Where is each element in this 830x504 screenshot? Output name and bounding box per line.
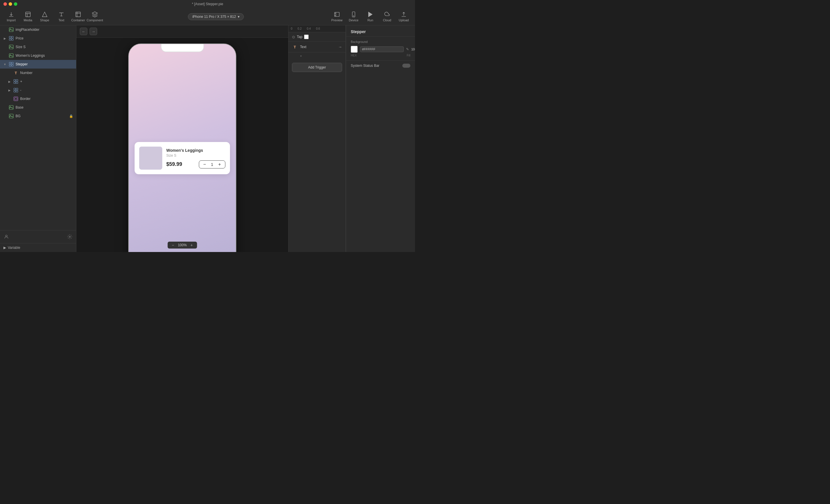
device-selector-label: iPhone 11 Pro / X 375 × 812 (192, 15, 236, 19)
close-button[interactable] (3, 2, 7, 6)
svg-rect-26 (14, 91, 15, 92)
phone-notch (161, 44, 204, 52)
user-icon[interactable] (2, 233, 10, 241)
text-button[interactable]: Text (54, 9, 69, 24)
svg-rect-12 (9, 45, 13, 49)
maximize-button[interactable] (14, 2, 17, 6)
run-button[interactable]: Run (362, 9, 378, 24)
hex-label: HEX (351, 54, 357, 57)
layer-item-womensleggings[interactable]: Women's Leggings (0, 51, 76, 60)
layer-item-stepper[interactable]: ▼ Stepper (0, 60, 76, 69)
variable-toggle-icon: ▶ (3, 246, 6, 250)
layer-item-imgplaceholder[interactable]: imgPlaceholder (0, 25, 76, 34)
product-bottom: $59.99 − 1 + (166, 160, 225, 168)
stepper-plus-button[interactable]: + (217, 162, 222, 167)
canvas-nav: ← → (76, 25, 288, 38)
layer-name-sizes: Size S (15, 45, 73, 49)
grid-icon-stepper (9, 62, 14, 67)
system-status-bar-row: System Status Bar (346, 61, 415, 71)
shape-button[interactable]: Shape (37, 9, 53, 24)
container-label: Container (71, 19, 85, 22)
ruler-mark-3: 0.6 (316, 27, 320, 30)
img-icon (9, 27, 14, 32)
stepper-minus-button[interactable]: − (202, 162, 207, 167)
hex-input[interactable] (360, 46, 404, 52)
forward-button[interactable]: → (90, 28, 97, 35)
ruler-mark-1: 0.2 (298, 27, 302, 30)
add-trigger-button[interactable]: Add Trigger (292, 63, 342, 72)
ruler-mark-2: 0.4 (307, 27, 311, 30)
svg-rect-28 (14, 97, 18, 101)
right-panel-header: Stepper (346, 25, 415, 37)
border-icon (13, 96, 19, 101)
svg-rect-19 (11, 65, 13, 66)
img-icon-womensleggings (9, 53, 14, 58)
trigger-item-text[interactable]: T Text → (288, 42, 346, 53)
tap-color-box[interactable] (304, 35, 309, 39)
layer-toggle-stepper[interactable]: ▼ (3, 62, 7, 66)
layer-name-border: Border (20, 97, 73, 101)
color-swatch[interactable] (351, 46, 358, 53)
container-button[interactable]: Container (70, 9, 86, 24)
product-size: Size S (166, 154, 225, 158)
edit-icon[interactable]: ✎ (406, 47, 409, 51)
svg-rect-8 (9, 36, 11, 38)
back-button[interactable]: ← (80, 28, 87, 35)
layer-toggle-number (7, 71, 11, 75)
layer-toggle-price[interactable]: ▶ (3, 36, 7, 40)
timeline-ruler: 0 0.2 0.4 0.6 (288, 25, 346, 32)
canvas-viewport[interactable]: Women's Leggings Size S $59.99 − 1 + (76, 38, 288, 252)
upload-button[interactable]: Upload (396, 9, 412, 24)
text-label: Text (59, 19, 64, 22)
import-label: Import (7, 19, 15, 22)
svg-marker-5 (369, 12, 372, 17)
product-price: $59.99 (166, 161, 182, 167)
svg-rect-18 (9, 65, 11, 66)
left-panel: imgPlaceholder ▶ Price (0, 25, 76, 252)
cloud-button[interactable]: Cloud (379, 9, 395, 24)
lock-icon: 🔒 (69, 114, 73, 118)
settings-icon[interactable] (66, 233, 74, 241)
layer-toggle-minus[interactable]: ▶ (7, 88, 11, 92)
text-icon-number: T (13, 70, 19, 75)
zoom-out-button[interactable]: − (170, 243, 175, 247)
price-value: $ (166, 161, 169, 167)
forward-icon: → (92, 29, 95, 34)
color-labels: HEX Fill (351, 54, 410, 57)
minimize-button[interactable] (9, 2, 12, 6)
layer-item-base[interactable]: Base (0, 103, 76, 112)
device-selector[interactable]: iPhone 11 Pro / X 375 × 812 ▾ (188, 13, 244, 20)
layer-item-bg[interactable]: BG 🔒 (0, 112, 76, 121)
layer-item-number[interactable]: T Number (0, 69, 76, 77)
layer-item-sizes[interactable]: Size S (0, 43, 76, 51)
layer-toggle-plus[interactable]: ▶ (7, 79, 11, 83)
product-image (139, 146, 162, 170)
layer-toggle-base (3, 105, 7, 109)
toolbar-right: Preview Device Run Cloud Upload (329, 9, 412, 24)
import-button[interactable]: Import (3, 9, 19, 24)
trigger-type-label: Text (300, 45, 336, 49)
svg-rect-22 (14, 82, 15, 83)
img-icon-bg (9, 113, 14, 119)
color-row: ✎ 100 (351, 46, 410, 53)
layer-item-plus[interactable]: ▶ + (0, 77, 76, 86)
preview-button[interactable]: Preview (329, 9, 345, 24)
layer-name-stepper: Stepper (15, 62, 73, 66)
mid-panel-header: ⊙ Tap (288, 32, 346, 42)
layer-item-minus[interactable]: ▶ - (0, 86, 76, 95)
run-label: Run (368, 19, 373, 22)
device-button[interactable]: Device (346, 9, 361, 24)
layer-item-price[interactable]: ▶ Price (0, 34, 76, 43)
system-status-bar-toggle[interactable] (402, 64, 410, 68)
layer-list: imgPlaceholder ▶ Price (0, 25, 76, 230)
media-button[interactable]: Media (20, 9, 36, 24)
chevron-down-icon: ▾ (238, 15, 240, 19)
variable-row[interactable]: ▶ Variable (0, 243, 76, 252)
svg-point-4 (353, 16, 354, 16)
zoom-in-button[interactable]: + (189, 243, 194, 247)
component-button[interactable]: Component (87, 9, 103, 24)
layer-item-border[interactable]: Border (0, 95, 76, 103)
img-icon-sizes (9, 44, 14, 49)
svg-rect-17 (11, 62, 13, 64)
svg-point-31 (10, 106, 11, 107)
